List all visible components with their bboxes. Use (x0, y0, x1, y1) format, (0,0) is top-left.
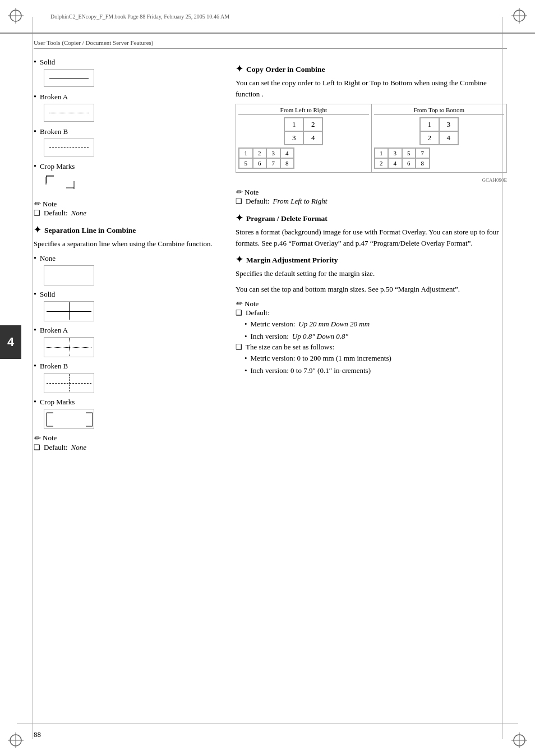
from-left-section: From Left to Right 1 2 3 4 1 2 3 (236, 104, 372, 172)
note-icon-bottom: ✏ (34, 434, 40, 443)
left-grid-2x2: 1 2 3 4 (284, 117, 323, 145)
solid-box (44, 69, 94, 87)
cell-l-3: 3 (284, 131, 303, 145)
left-grid-2x4: 1 2 3 4 5 6 7 8 (238, 147, 294, 169)
cell-l2-6: 6 (253, 158, 267, 168)
bullet-sep-crop: Crop Marks (34, 398, 224, 429)
bullet-sep-broken-a: Broken A (34, 326, 224, 357)
note-bottom-label: Note (43, 434, 57, 442)
cell-l-4: 4 (303, 131, 322, 145)
solid-line-graphic (49, 78, 89, 79)
cell-r-3: 3 (439, 118, 458, 131)
sep-line-header: ✦ Separation Line in Combine (34, 224, 224, 235)
cell-r2-1: 1 (375, 148, 389, 158)
cell-r-1: 1 (420, 118, 439, 131)
size-inch-text: Inch version: 0 to 7.9″ (0.1″ in-crement… (251, 365, 371, 376)
cell-r-4: 4 (439, 131, 458, 145)
two-col-layout: Solid Broken A Broken B (34, 58, 507, 459)
cell-l2-1: 1 (239, 148, 253, 158)
cell-l2-5: 5 (239, 158, 253, 168)
dashed-line-graphic (49, 147, 89, 148)
note-icon-copy: ✏ (236, 187, 242, 197)
from-top-section: From Top to Bottom 1 3 2 4 1 3 5 (372, 104, 507, 172)
metric-label: Metric version: (251, 319, 296, 330)
note-margin-label: Note (245, 299, 259, 308)
margin-adj-header: ✦ Margin Adjustment Priority (236, 254, 507, 265)
metric-default: Metric version: Up 20 mm Down 20 mm (245, 319, 507, 330)
margin-adj-title: Margin Adjustment Priority (246, 256, 338, 265)
margin-adj-body2: You can set the top and bottom margin si… (236, 284, 507, 295)
prog-delete-header: ✦ Program / Delete Format (236, 213, 507, 223)
cell-l2-2: 2 (253, 148, 267, 158)
bullet-crop-marks-top: Crop Marks (34, 162, 224, 193)
left-border (33, 17, 33, 739)
bullet-solid: Solid (34, 58, 224, 87)
cell-r2-2: 2 (375, 158, 389, 168)
cell-r2-8: 8 (416, 158, 430, 168)
sep-none-label: None (34, 254, 224, 263)
sep-solid-box (44, 301, 94, 321)
cell-l-2: 2 (303, 118, 322, 131)
inch-value: Up 0.8″ Down 0.8″ (292, 331, 348, 342)
note-margin-title: ✏ Note (236, 299, 507, 308)
note-margin-default: Default: (236, 308, 507, 317)
cell-l-1: 1 (284, 118, 303, 131)
bottom-border (17, 723, 518, 723)
bullet-sep-solid: Solid (34, 290, 224, 321)
left-column: Solid Broken A Broken B (34, 58, 224, 459)
note-bottom-value: None (71, 443, 86, 452)
file-info: DolphinC2_ENcopy_F_FM.book Page 88 Frida… (50, 13, 229, 20)
cell-r2-3: 3 (388, 148, 402, 158)
note-margin-sub: Metric version: Up 20 mm Down 20 mm Inch… (245, 319, 507, 342)
right-column: ✦ Copy Order in Combine You can set the … (236, 58, 507, 459)
page: DolphinC2_ENcopy_F_FM.book Page 88 Frida… (0, 0, 535, 756)
note-copy-value: From Left to Right (273, 197, 328, 206)
sep-broken-a-label: Broken A (34, 326, 224, 335)
sep-solid-v (69, 302, 70, 320)
note-bottom-default: Default: None (34, 443, 224, 452)
size-metric: Metric version: 0 to 200 mm (1 mm increm… (245, 353, 507, 364)
bullet-sep-broken-b: Broken B (34, 362, 224, 393)
note-copy-order: ✏ Note Default: From Left to Right (236, 187, 507, 206)
note-bottom: ✏ Note Default: None (34, 434, 224, 452)
note-top: ✏ Note Default: None (34, 199, 224, 218)
sep-none-box (44, 265, 94, 285)
sep-solid-label: Solid (34, 290, 224, 299)
content-area: User Tools (Copier / Document Server Fea… (0, 34, 535, 470)
diamond-margin-icon: ✦ (236, 254, 243, 265)
cell-r2-4: 4 (388, 158, 402, 168)
size-inch: Inch version: 0 to 7.9″ (0.1″ in-crement… (245, 365, 507, 376)
note-copy-default: Default: From Left to Right (236, 197, 507, 206)
cell-r-2: 2 (420, 131, 439, 145)
page-number: 88 (34, 730, 41, 739)
note-margin: ✏ Note Default: Metric version: Up 20 mm… (236, 299, 507, 376)
top-strip: DolphinC2_ENcopy_F_FM.book Page 88 Frida… (0, 0, 535, 34)
size-metric-text: Metric version: 0 to 200 mm (1 mm increm… (251, 353, 391, 364)
fig-caption: GCAH090E (236, 177, 507, 183)
diamond-icon: ✦ (34, 224, 41, 235)
sep-bb-v (69, 374, 70, 391)
note-copy-label: Note (245, 188, 259, 197)
solid-label: Solid (34, 58, 224, 67)
broken-b-box (44, 139, 94, 156)
sep-line-title: Separation Line in Combine (44, 226, 136, 235)
reg-mark-bl (8, 732, 24, 748)
note-copy-title: ✏ Note (236, 187, 507, 197)
note-margin-size-items: Metric version: 0 to 200 mm (1 mm increm… (245, 353, 507, 376)
sep-broken-b-label: Broken B (34, 362, 224, 371)
note-margin-size: The size can be set as follows: (236, 343, 507, 352)
copy-order-title: Copy Order in Combine (246, 65, 325, 74)
sep-crop-label: Crop Marks (34, 398, 224, 407)
cell-r2-5: 5 (402, 148, 416, 158)
right-border (502, 17, 502, 739)
prog-delete-body: Stores a format (background) image for u… (236, 227, 507, 248)
note-bottom-title: ✏ Note (34, 434, 224, 443)
note-top-default: Default: None (34, 209, 224, 218)
from-top-header: From Top to Bottom (374, 107, 505, 115)
copy-order-body: You can set the copy order to Left to Ri… (236, 77, 507, 99)
reg-mark-br (511, 732, 527, 748)
chapter-tab: 4 (0, 325, 21, 359)
note-top-title: ✏ Note (34, 199, 224, 209)
cell-r2-6: 6 (402, 158, 416, 168)
cell-l2-8: 8 (280, 158, 294, 168)
